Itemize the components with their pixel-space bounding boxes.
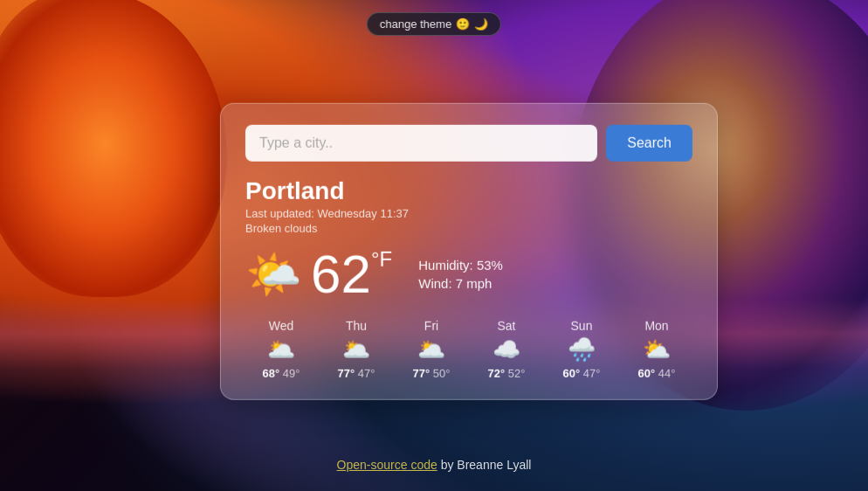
condition-text: Broken clouds: [245, 222, 692, 235]
current-weather: 🌤️ 62 °F Humidity: 53% Wind: 7 mph: [245, 247, 692, 301]
search-button[interactable]: Search: [606, 125, 692, 162]
weather-details: Humidity: 53% Wind: 7 mph: [418, 258, 503, 291]
forecast-day: Sat ☁️ 72° 52°: [471, 319, 542, 380]
day-icon: ☁️: [493, 336, 520, 363]
change-theme-button[interactable]: change theme 🙂 🌙: [367, 12, 501, 36]
day-icon: 🌥️: [342, 336, 370, 363]
temperature-unit: °F: [371, 247, 392, 272]
forecast-day: Mon ⛅ 60° 44°: [621, 319, 692, 380]
footer-suffix: by Breanne Lyall: [441, 458, 532, 472]
change-theme-label: change theme: [380, 17, 451, 31]
search-row: Search: [245, 125, 692, 162]
footer: Open-source code by Breanne Lyall: [337, 458, 532, 472]
day-temps: 77° 50°: [412, 367, 450, 380]
open-source-link[interactable]: Open-source code: [337, 458, 437, 472]
day-temps: 77° 47°: [337, 367, 375, 380]
day-icon: 🌧️: [568, 336, 596, 363]
day-icon: ⛅: [643, 336, 671, 363]
humidity: Humidity: 53%: [418, 258, 503, 273]
forecast-day: Sun 🌧️ 60° 47°: [546, 319, 617, 380]
day-temps: 68° 49°: [262, 367, 300, 380]
temperature-value: 62: [311, 247, 371, 301]
current-weather-icon: 🌤️: [245, 247, 302, 301]
city-name: Portland: [245, 177, 692, 205]
theme-emoji: 🙂: [456, 17, 470, 31]
day-label: Fri: [424, 319, 438, 333]
day-label: Sat: [497, 319, 515, 333]
day-icon: 🌥️: [267, 336, 295, 363]
forecast-day: Wed 🌥️ 68° 49°: [245, 319, 317, 380]
day-temps: 60° 47°: [562, 367, 600, 380]
day-temps: 60° 44°: [637, 367, 675, 380]
wind: Wind: 7 mph: [418, 276, 503, 291]
theme-moon-icon: 🌙: [474, 17, 488, 31]
day-label: Sun: [570, 319, 592, 333]
temperature-display: 62 °F: [311, 247, 392, 301]
day-label: Wed: [269, 319, 294, 333]
forecast-day: Thu 🌥️ 77° 47°: [320, 319, 392, 380]
weather-card: Search Portland Last updated: Wednesday …: [220, 103, 718, 400]
day-label: Mon: [644, 319, 668, 333]
forecast-row: Wed 🌥️ 68° 49° Thu 🌥️ 77° 47° Fri 🌥️ 77°…: [245, 319, 692, 380]
forecast-day: Fri 🌥️ 77° 50°: [396, 319, 467, 380]
last-updated: Last updated: Wednesday 11:37: [245, 207, 692, 220]
day-icon: 🌥️: [417, 336, 445, 363]
day-label: Thu: [346, 319, 367, 333]
city-search-input[interactable]: [245, 125, 597, 162]
day-temps: 72° 52°: [487, 367, 525, 380]
